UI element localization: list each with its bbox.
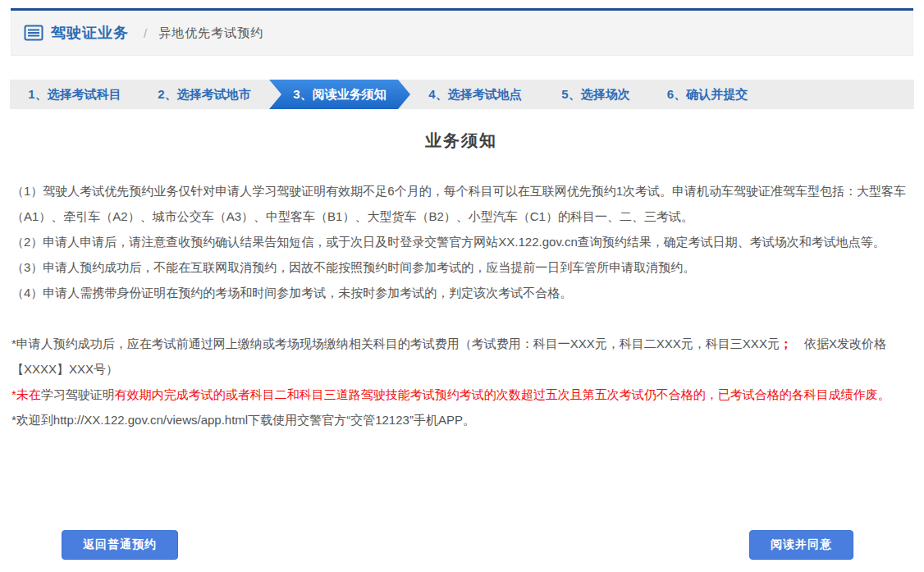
breadcrumb-separator: / (144, 26, 147, 40)
back-to-normal-booking-button[interactable]: 返回普通预约 (62, 530, 178, 560)
step-1-select-subject: 1、选择考试科目 (10, 80, 140, 109)
notice-content: 业务须知 （1）驾驶人考试优先预约业务仅针对申请人学习驾驶证明有效期不足6个月的… (0, 130, 924, 432)
warning-gray-text: 学习驾驶证明 (41, 387, 115, 401)
fee-note-text: *申请人预约成功后，应在考试前通过网上缴纳或考场现场缴纳相关科目的考试费用（考试… (11, 336, 780, 350)
step-4-select-site: 4、选择考试地点 (410, 80, 540, 109)
notice-paragraph-1: （1）驾驶人考试优先预约业务仅针对申请人学习驾驶证明有效期不足6个月的，每个科目… (11, 178, 911, 229)
spacer (11, 305, 911, 331)
page-title: 业务须知 (11, 130, 911, 152)
breadcrumb-bar: 驾驶证业务 / 异地优先考试预约 (11, 8, 913, 56)
action-button-row: 返回普通预约 阅读并同意 (0, 530, 924, 560)
fee-note-red-semicolon: ； (780, 336, 792, 350)
step-3-read-notice-active: 3、阅读业务须知 (269, 80, 410, 109)
notice-paragraph-3: （3）申请人预约成功后，不能在互联网取消预约，因故不能按照预约时间参加考试的，应… (11, 254, 911, 280)
breadcrumb-section-link[interactable]: 驾驶证业务 (51, 23, 129, 43)
step-2-select-city: 2、选择考试地市 (140, 80, 269, 109)
notice-paragraph-2: （2）申请人申请后，请注意查收预约确认结果告知短信，或于次日及时登录交警官方网站… (11, 229, 911, 254)
step-6-confirm-submit: 6、确认并提交 (652, 80, 763, 109)
warning-red-text: 有效期内完成考试的或者科目二和科目三道路驾驶技能考试预约考试的次数超过五次且第五… (115, 387, 890, 401)
app-download-note: *欢迎到http://XX.122.gov.cn/views/app.html下… (11, 407, 911, 432)
breadcrumb-current-page: 异地优先考试预约 (158, 25, 263, 41)
fee-note: *申请人预约成功后，应在考试前通过网上缴纳或考场现场缴纳相关科目的考试费用（考试… (11, 331, 911, 382)
step-bar-filler (763, 80, 914, 109)
step-5-select-session: 5、选择场次 (540, 80, 652, 109)
step-progress-bar: 1、选择考试科目 2、选择考试地市 3、阅读业务须知 4、选择考试地点 5、选择… (10, 80, 914, 109)
read-and-agree-button[interactable]: 阅读并同意 (749, 530, 853, 560)
expiry-warning: *未在学习驾驶证明有效期内完成考试的或者科目二和科目三道路驾驶技能考试预约考试的… (11, 382, 911, 407)
list-icon (24, 25, 43, 41)
warning-prefix: *未在 (11, 387, 41, 401)
notice-paragraph-4: （4）申请人需携带身份证明在预约的考场和时间参加考试，未按时参加考试的，判定该次… (11, 280, 911, 305)
